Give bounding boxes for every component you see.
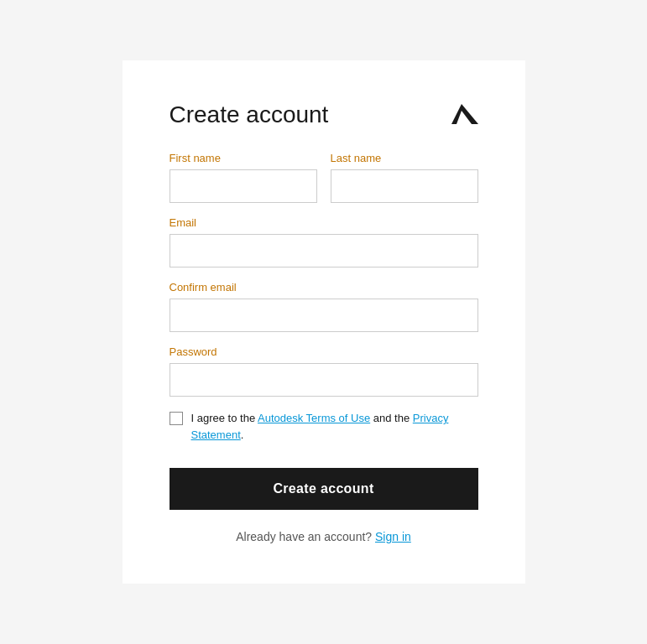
confirm-email-label: Confirm email [170,281,478,293]
confirm-email-input[interactable] [170,299,478,332]
confirm-email-field-group: Confirm email [170,281,478,332]
password-label: Password [170,345,478,358]
first-name-field-group: First name [170,152,317,203]
autodesk-logo-icon [445,101,478,127]
terms-checkbox-row: I agree to the Autodesk Terms of Use and… [170,410,478,448]
name-row: First name Last name [170,152,478,203]
email-label: Email [170,216,478,229]
terms-of-use-link[interactable]: Autodesk Terms of Use [258,412,370,424]
terms-middle-text: and the [370,412,413,424]
signin-prefix-text: Already have an account? [236,530,375,543]
first-name-label: First name [170,152,317,164]
page-title: Create account [170,101,329,129]
svg-marker-0 [451,104,478,124]
password-input[interactable] [170,363,478,397]
password-field-group: Password [170,345,478,397]
terms-prefix-text: I agree to the [191,412,258,424]
create-account-button[interactable]: Create account [170,468,478,510]
last-name-label: Last name [331,152,478,164]
email-input[interactable] [170,234,478,267]
first-name-input[interactable] [170,169,317,203]
terms-checkbox[interactable] [170,412,183,425]
email-field-group: Email [170,216,478,267]
form-header: Create account [170,101,478,129]
signin-link[interactable]: Sign in [375,530,411,543]
last-name-field-group: Last name [331,152,478,203]
signin-row: Already have an account? Sign in [170,530,478,543]
terms-label: I agree to the Autodesk Terms of Use and… [191,410,478,443]
terms-suffix-text: . [241,428,244,441]
create-account-form: Create account First name Last name Emai… [123,60,525,584]
last-name-input[interactable] [331,169,478,203]
